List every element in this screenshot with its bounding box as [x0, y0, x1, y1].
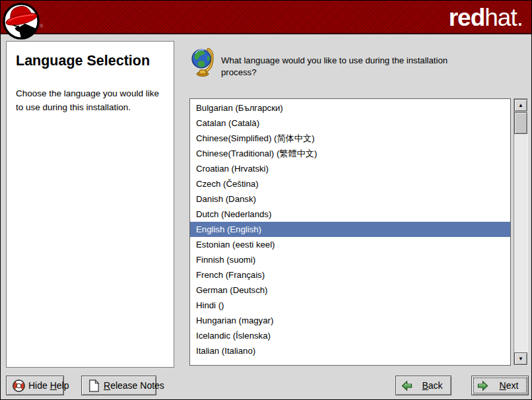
next-button[interactable]: Next: [471, 376, 529, 395]
question-row: What language would you like to use duri…: [191, 46, 457, 79]
release-notes-button[interactable]: Release Notes: [81, 376, 156, 395]
page-title: Language Selection: [16, 53, 166, 69]
language-option-selected[interactable]: English (English): [190, 222, 510, 237]
brand-bold: red: [449, 4, 485, 31]
language-option[interactable]: Finnish (suomi): [190, 252, 510, 267]
registered-trademark: ®: [40, 23, 44, 29]
language-option[interactable]: Chinese(Simplified) (简体中文): [190, 131, 510, 146]
hide-help-label: Hide Help: [28, 380, 69, 391]
life-ring-icon: [12, 379, 26, 393]
language-option[interactable]: Icelandic (Íslenska): [190, 328, 510, 343]
release-notes-label: Release Notes: [104, 380, 164, 391]
redhat-shadowman-icon: [2, 2, 40, 40]
scrollbar-thumb[interactable]: [514, 112, 527, 134]
language-option[interactable]: Hindi (): [190, 298, 510, 313]
back-button[interactable]: Back: [395, 376, 451, 395]
document-icon: [87, 379, 101, 393]
help-panel: Language Selection Choose the language y…: [6, 41, 174, 368]
language-option[interactable]: Dutch (Nederlands): [190, 207, 510, 222]
installer-window: redhat. ® Language Selection Choose the …: [0, 0, 532, 400]
back-label: Back: [419, 380, 446, 391]
arrow-left-icon: [401, 380, 413, 391]
scroll-down-icon: ▼: [518, 356, 523, 362]
language-list[interactable]: Bulgarian (Български)Catalan (Català)Chi…: [189, 98, 511, 366]
language-option[interactable]: Catalan (Català): [190, 116, 510, 131]
scroll-up-button[interactable]: ▲: [514, 99, 527, 112]
question-text: What language would you like to use duri…: [221, 55, 457, 79]
language-option[interactable]: Italian (Italiano): [190, 343, 510, 358]
language-option[interactable]: Estonian (eesti keel): [190, 237, 510, 252]
language-option[interactable]: Hungarian (magyar): [190, 313, 510, 328]
language-option[interactable]: Danish (Dansk): [190, 191, 510, 207]
help-text: Choose the language you would like to us…: [16, 87, 166, 114]
hide-help-button[interactable]: Hide Help: [6, 376, 64, 395]
language-option[interactable]: Croatian (Hrvatski): [190, 161, 510, 176]
redhat-logotype: redhat.: [449, 3, 523, 32]
scroll-up-icon: ▲: [518, 102, 523, 108]
language-list-scrollbar[interactable]: ▲ ▼: [514, 98, 528, 366]
globe-icon: [191, 46, 215, 77]
next-label: Next: [495, 380, 523, 391]
arrow-right-icon: [477, 380, 488, 391]
language-option[interactable]: Bulgarian (Български): [190, 100, 510, 116]
language-option[interactable]: French (Français): [190, 267, 510, 283]
language-option[interactable]: German (Deutsch): [190, 283, 510, 298]
scroll-down-button[interactable]: ▼: [514, 352, 527, 365]
brand-rest: hat.: [484, 4, 523, 31]
language-option[interactable]: Chinese(Traditional) (繁體中文): [190, 146, 510, 161]
language-option[interactable]: Czech (Čeština): [190, 176, 510, 191]
